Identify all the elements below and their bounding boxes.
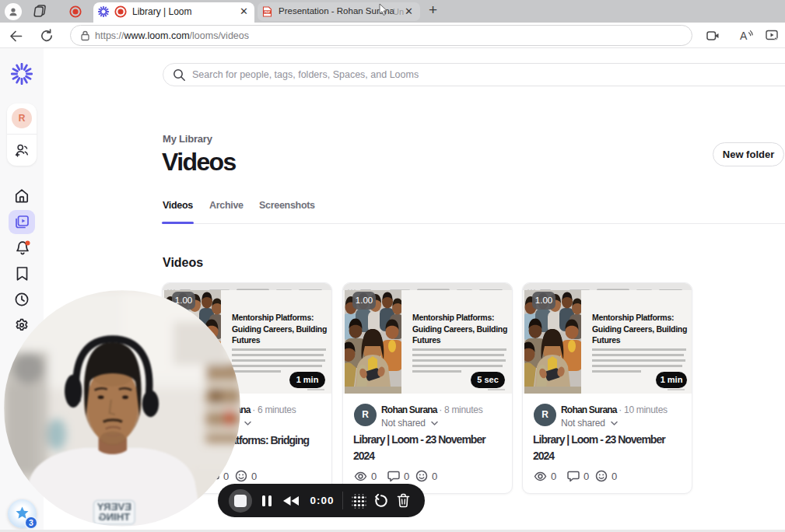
- svg-text:PDF: PDF: [265, 11, 271, 14]
- svg-text:A: A: [740, 30, 748, 42]
- svg-text:THING: THING: [98, 511, 130, 523]
